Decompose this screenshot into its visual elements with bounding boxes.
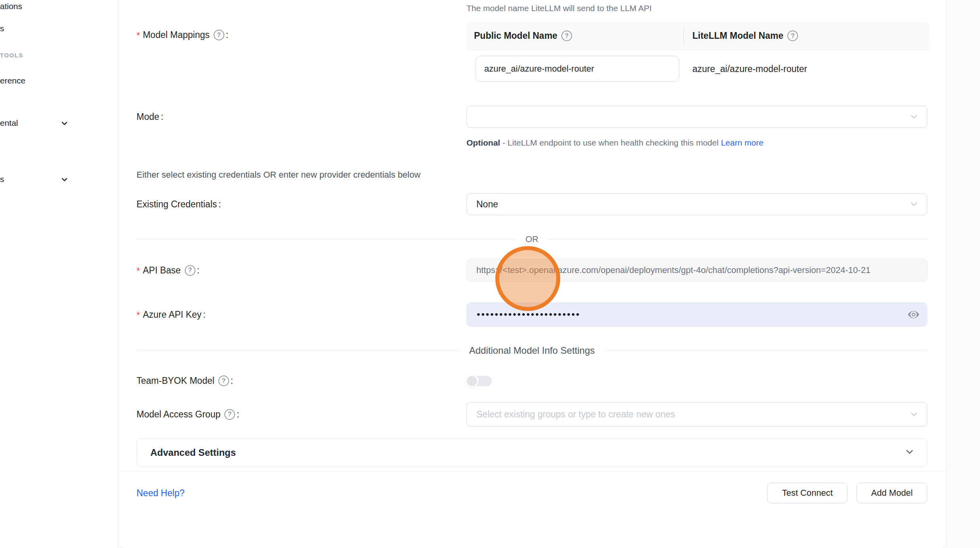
add-model-form-card: The model name LiteLLM will send to the …	[119, 0, 947, 548]
table-row: azure_ai/azure-model-router	[466, 50, 930, 88]
azure-api-key-field	[466, 302, 927, 327]
help-icon[interactable]: ?	[787, 30, 798, 41]
footer-divider	[119, 471, 946, 472]
test-connect-button[interactable]: Test Connect	[767, 483, 847, 503]
existing-credentials-value: None	[476, 199, 498, 210]
help-icon[interactable]: ?	[561, 30, 572, 41]
sidebar: ations s TOOLS erence ental s	[0, 0, 118, 548]
sidebar-item-settings[interactable]: s	[0, 174, 4, 184]
litellm-model-name-value: azure_ai/azure-model-router	[683, 64, 930, 74]
add-model-button[interactable]: Add Model	[857, 483, 927, 503]
sidebar-item-label: s	[0, 24, 4, 33]
or-divider-text: OR	[515, 234, 549, 245]
sidebar-section-tools: TOOLS	[0, 52, 23, 59]
model-name-hint-row: The model name LiteLLM will send to the …	[136, 4, 927, 13]
form-footer: Need Help? Test Connect Add Model	[136, 483, 927, 503]
toggle-knob	[465, 374, 479, 388]
model-mappings-table: Public Model Name ? LiteLLM Model Name ?	[466, 22, 930, 88]
column-separator	[683, 27, 684, 45]
model-access-group-label: Model Access Group ? :	[136, 409, 239, 420]
help-icon[interactable]: ?	[185, 265, 195, 276]
model-access-group-row: Model Access Group ? : Select existing g…	[136, 402, 927, 427]
chevron-down-icon	[60, 175, 69, 186]
chevron-down-icon	[909, 199, 919, 209]
existing-credentials-row: Existing Credentials : None	[136, 193, 927, 215]
existing-credentials-label: Existing Credentials :	[136, 199, 221, 210]
eye-icon[interactable]	[907, 308, 920, 321]
add-model-page: ations s TOOLS erence ental s	[0, 0, 980, 548]
model-access-group-placeholder: Select existing groups or type to create…	[476, 409, 675, 420]
chevron-down-icon	[60, 119, 69, 130]
required-mark: *	[136, 30, 140, 41]
sidebar-item-guardrails[interactable]: s	[0, 24, 4, 33]
sidebar-item-experimental[interactable]: ental	[0, 118, 18, 128]
api-base-label: * API Base ? :	[136, 264, 199, 277]
model-mappings-label: * Model Mappings ? :	[136, 29, 228, 41]
mode-label: Mode :	[136, 112, 163, 122]
or-divider: OR	[136, 233, 927, 245]
azure-api-key-input[interactable]	[466, 302, 927, 327]
api-base-input[interactable]	[466, 259, 927, 282]
help-icon[interactable]: ?	[224, 409, 235, 420]
mode-select[interactable]	[466, 106, 927, 128]
team-byok-toggle[interactable]	[466, 376, 492, 386]
additional-info-divider: Additional Model Info Settings	[136, 344, 927, 357]
mode-hint: Optional - LiteLLM endpoint to use when …	[466, 136, 783, 150]
sidebar-item-organizations[interactable]: ations	[0, 2, 22, 11]
public-model-name-header: Public Model Name ?	[466, 30, 683, 41]
sidebar-item-label: s	[0, 174, 4, 184]
existing-credentials-select[interactable]: None	[466, 193, 927, 215]
credentials-note: Either select existing credentials OR en…	[136, 170, 927, 180]
sidebar-item-label: erence	[0, 76, 25, 85]
advanced-settings-title: Advanced Settings	[150, 447, 236, 458]
azure-api-key-row: * Azure API Key :	[136, 302, 927, 327]
chevron-down-icon	[909, 112, 919, 122]
team-byok-row: Team-BYOK Model ? :	[136, 375, 927, 386]
required-mark: *	[136, 310, 140, 321]
public-model-name-input[interactable]	[475, 56, 679, 82]
azure-api-key-label: * Azure API Key :	[136, 309, 206, 321]
chevron-down-icon	[904, 446, 915, 459]
help-icon[interactable]: ?	[214, 30, 224, 40]
model-access-group-select[interactable]: Select existing groups or type to create…	[466, 402, 927, 427]
learn-more-link[interactable]: Learn more	[721, 138, 763, 147]
sidebar-item-inference[interactable]: erence	[0, 76, 25, 85]
mode-hint-optional: Optional	[466, 138, 500, 147]
chevron-down-icon	[909, 409, 919, 419]
model-name-hint: The model name LiteLLM will send to the …	[466, 4, 927, 13]
additional-info-title: Additional Model Info Settings	[460, 345, 605, 356]
api-base-row: * API Base ? :	[136, 259, 927, 282]
advanced-settings-toggle[interactable]: Advanced Settings	[136, 438, 927, 466]
need-help-link[interactable]: Need Help?	[136, 488, 184, 499]
litellm-model-name-header: LiteLLM Model Name ?	[683, 30, 930, 41]
model-mappings-row: * Model Mappings ? : Public Model Name ?	[136, 22, 927, 88]
help-icon[interactable]: ?	[218, 375, 229, 386]
required-mark: *	[136, 266, 140, 277]
mode-row: Mode :	[136, 106, 927, 128]
table-header-row: Public Model Name ? LiteLLM Model Name ?	[466, 22, 930, 50]
sidebar-item-label: ations	[0, 2, 22, 11]
sidebar-item-label: ental	[0, 118, 18, 128]
team-byok-label: Team-BYOK Model ? :	[136, 375, 233, 386]
